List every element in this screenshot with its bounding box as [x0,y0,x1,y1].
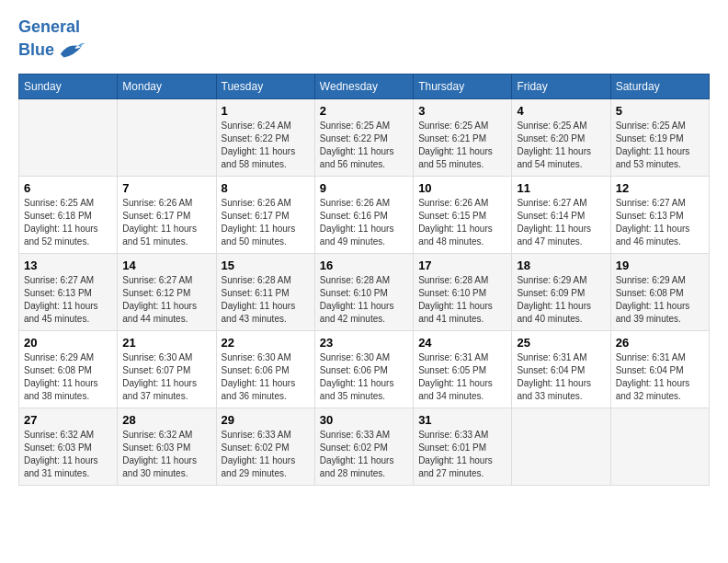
calendar-cell: 16Sunrise: 6:28 AM Sunset: 6:10 PM Dayli… [314,253,413,330]
page-header: General Blue [18,18,710,64]
header-thursday: Thursday [414,74,512,98]
header-wednesday: Wednesday [314,74,413,98]
day-number: 14 [122,259,210,272]
calendar-cell: 13Sunrise: 6:27 AM Sunset: 6:13 PM Dayli… [19,253,118,330]
day-info: Sunrise: 6:25 AM Sunset: 6:20 PM Dayligh… [517,120,605,171]
calendar-cell: 27Sunrise: 6:32 AM Sunset: 6:03 PM Dayli… [19,408,118,485]
day-info: Sunrise: 6:28 AM Sunset: 6:10 PM Dayligh… [320,274,408,326]
day-number: 21 [122,336,210,350]
logo-blue: Blue [18,41,54,60]
calendar-cell: 23Sunrise: 6:30 AM Sunset: 6:06 PM Dayli… [314,330,413,408]
calendar-row: 20Sunrise: 6:29 AM Sunset: 6:08 PM Dayli… [19,330,710,408]
day-number: 7 [122,181,210,195]
calendar-cell: 6Sunrise: 6:25 AM Sunset: 6:18 PM Daylig… [19,176,118,253]
day-info: Sunrise: 6:29 AM Sunset: 6:08 PM Dayligh… [24,351,112,403]
day-number: 2 [320,104,408,118]
day-number: 5 [616,104,704,118]
calendar-cell: 19Sunrise: 6:29 AM Sunset: 6:08 PM Dayli… [610,253,709,330]
calendar-row: 13Sunrise: 6:27 AM Sunset: 6:13 PM Dayli… [19,253,710,330]
calendar-cell: 10Sunrise: 6:26 AM Sunset: 6:15 PM Dayli… [414,176,512,253]
day-info: Sunrise: 6:29 AM Sunset: 6:08 PM Dayligh… [616,274,704,326]
day-number: 10 [418,181,506,195]
day-number: 6 [24,181,112,195]
day-info: Sunrise: 6:28 AM Sunset: 6:11 PM Dayligh… [222,274,310,326]
day-number: 22 [222,336,310,350]
calendar-cell: 20Sunrise: 6:29 AM Sunset: 6:08 PM Dayli… [19,330,118,408]
calendar-cell: 31Sunrise: 6:33 AM Sunset: 6:01 PM Dayli… [414,408,512,485]
calendar-cell: 24Sunrise: 6:31 AM Sunset: 6:05 PM Dayli… [414,330,512,408]
day-info: Sunrise: 6:27 AM Sunset: 6:13 PM Dayligh… [24,274,112,326]
logo: General Blue [18,18,85,64]
day-info: Sunrise: 6:33 AM Sunset: 6:01 PM Dayligh… [418,429,506,480]
day-number: 13 [24,259,112,272]
day-number: 25 [517,336,605,350]
calendar-cell [19,98,118,176]
day-number: 26 [616,336,704,350]
day-info: Sunrise: 6:31 AM Sunset: 6:04 PM Dayligh… [616,351,704,403]
day-number: 3 [418,104,506,118]
calendar-cell: 9Sunrise: 6:26 AM Sunset: 6:16 PM Daylig… [314,176,413,253]
day-number: 31 [418,413,506,427]
header-monday: Monday [118,74,216,98]
calendar-cell: 30Sunrise: 6:33 AM Sunset: 6:02 PM Dayli… [314,408,413,485]
day-info: Sunrise: 6:30 AM Sunset: 6:06 PM Dayligh… [222,351,310,403]
logo-general: General [18,17,80,36]
calendar-cell [610,408,709,485]
day-number: 20 [24,336,112,350]
day-info: Sunrise: 6:31 AM Sunset: 6:05 PM Dayligh… [418,351,506,403]
day-number: 15 [222,259,310,272]
logo-bird-icon [57,37,85,64]
weekday-header-row: SundayMondayTuesdayWednesdayThursdayFrid… [19,74,710,98]
day-info: Sunrise: 6:33 AM Sunset: 6:02 PM Dayligh… [320,429,408,480]
header-saturday: Saturday [610,74,709,98]
calendar-cell: 7Sunrise: 6:26 AM Sunset: 6:17 PM Daylig… [118,176,216,253]
day-number: 16 [320,259,408,272]
day-info: Sunrise: 6:32 AM Sunset: 6:03 PM Dayligh… [24,429,112,480]
day-number: 23 [320,336,408,350]
day-number: 27 [24,413,112,427]
calendar-cell: 18Sunrise: 6:29 AM Sunset: 6:09 PM Dayli… [512,253,610,330]
calendar-cell: 5Sunrise: 6:25 AM Sunset: 6:19 PM Daylig… [610,98,709,176]
day-info: Sunrise: 6:30 AM Sunset: 6:06 PM Dayligh… [320,351,408,403]
header-tuesday: Tuesday [216,74,314,98]
day-number: 1 [222,104,310,118]
day-number: 8 [222,181,310,195]
day-number: 30 [320,413,408,427]
calendar-cell: 28Sunrise: 6:32 AM Sunset: 6:03 PM Dayli… [118,408,216,485]
day-info: Sunrise: 6:27 AM Sunset: 6:13 PM Dayligh… [616,197,704,248]
day-info: Sunrise: 6:29 AM Sunset: 6:09 PM Dayligh… [517,274,605,326]
day-info: Sunrise: 6:31 AM Sunset: 6:04 PM Dayligh… [517,351,605,403]
calendar-cell: 17Sunrise: 6:28 AM Sunset: 6:10 PM Dayli… [414,253,512,330]
day-number: 18 [517,259,605,272]
calendar-cell: 22Sunrise: 6:30 AM Sunset: 6:06 PM Dayli… [216,330,314,408]
day-info: Sunrise: 6:26 AM Sunset: 6:15 PM Dayligh… [418,197,506,248]
calendar-cell [512,408,610,485]
header-friday: Friday [512,74,610,98]
day-info: Sunrise: 6:26 AM Sunset: 6:17 PM Dayligh… [122,197,210,248]
calendar-cell: 12Sunrise: 6:27 AM Sunset: 6:13 PM Dayli… [610,176,709,253]
calendar-cell: 4Sunrise: 6:25 AM Sunset: 6:20 PM Daylig… [512,98,610,176]
calendar-cell: 14Sunrise: 6:27 AM Sunset: 6:12 PM Dayli… [118,253,216,330]
calendar-row: 1Sunrise: 6:24 AM Sunset: 6:22 PM Daylig… [19,98,710,176]
calendar-cell: 15Sunrise: 6:28 AM Sunset: 6:11 PM Dayli… [216,253,314,330]
day-info: Sunrise: 6:28 AM Sunset: 6:10 PM Dayligh… [418,274,506,326]
calendar-cell: 8Sunrise: 6:26 AM Sunset: 6:17 PM Daylig… [216,176,314,253]
day-number: 12 [616,181,704,195]
day-info: Sunrise: 6:33 AM Sunset: 6:02 PM Dayligh… [222,429,310,480]
day-info: Sunrise: 6:27 AM Sunset: 6:14 PM Dayligh… [517,197,605,248]
calendar-cell: 29Sunrise: 6:33 AM Sunset: 6:02 PM Dayli… [216,408,314,485]
calendar-cell: 3Sunrise: 6:25 AM Sunset: 6:21 PM Daylig… [414,98,512,176]
day-info: Sunrise: 6:24 AM Sunset: 6:22 PM Dayligh… [222,120,310,171]
day-info: Sunrise: 6:25 AM Sunset: 6:18 PM Dayligh… [24,197,112,248]
day-number: 9 [320,181,408,195]
day-info: Sunrise: 6:32 AM Sunset: 6:03 PM Dayligh… [122,429,210,480]
header-sunday: Sunday [19,74,118,98]
calendar-cell: 25Sunrise: 6:31 AM Sunset: 6:04 PM Dayli… [512,330,610,408]
calendar-cell [118,98,216,176]
day-number: 28 [122,413,210,427]
calendar-row: 27Sunrise: 6:32 AM Sunset: 6:03 PM Dayli… [19,408,710,485]
calendar-cell: 1Sunrise: 6:24 AM Sunset: 6:22 PM Daylig… [216,98,314,176]
day-number: 17 [418,259,506,272]
calendar-cell: 11Sunrise: 6:27 AM Sunset: 6:14 PM Dayli… [512,176,610,253]
day-info: Sunrise: 6:26 AM Sunset: 6:17 PM Dayligh… [222,197,310,248]
